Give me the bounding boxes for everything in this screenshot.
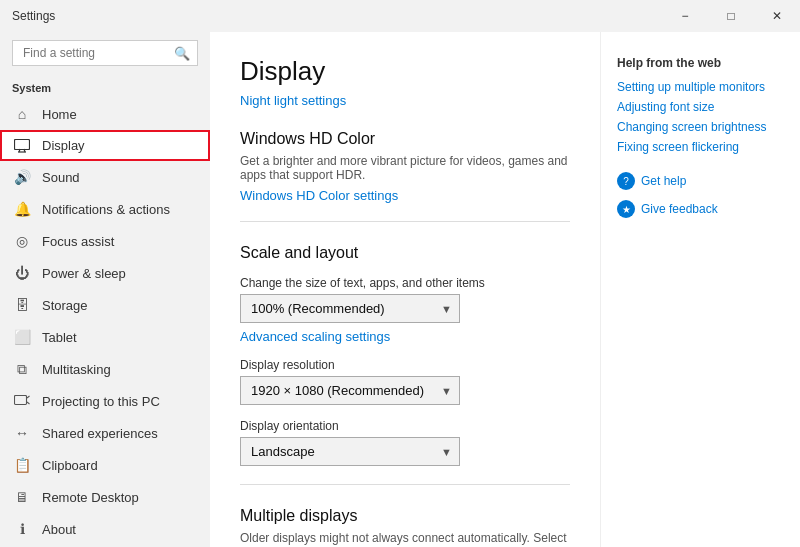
sidebar-item-storage[interactable]: 🗄 Storage xyxy=(0,289,210,321)
sidebar-item-label: Home xyxy=(42,107,77,122)
focus-icon: ◎ xyxy=(12,233,32,249)
hd-color-desc: Get a brighter and more vibrant picture … xyxy=(240,154,570,182)
scale-label: Change the size of text, apps, and other… xyxy=(240,276,570,290)
give-feedback-action[interactable]: ★ Give feedback xyxy=(617,200,784,218)
resolution-select-wrap: 1920 × 1080 (Recommended) 1280 × 720 102… xyxy=(240,376,460,405)
home-icon: ⌂ xyxy=(12,106,32,122)
divider-2 xyxy=(240,484,570,485)
app-body: 🔍 System ⌂ Home Display 🔊 Sound xyxy=(0,32,800,547)
advanced-scaling-link[interactable]: Advanced scaling settings xyxy=(240,329,390,344)
multiple-displays-desc: Older displays might not always connect … xyxy=(240,531,570,547)
section-label: System xyxy=(0,78,210,98)
minimize-button[interactable]: − xyxy=(662,0,708,32)
resolution-label: Display resolution xyxy=(240,358,570,372)
sidebar-item-multitasking[interactable]: ⧉ Multitasking xyxy=(0,353,210,386)
search-container: 🔍 xyxy=(12,40,198,66)
help-link-2[interactable]: Changing screen brightness xyxy=(617,120,784,134)
scale-select-wrap: 100% (Recommended) 125% 150% 175% ▼ xyxy=(240,294,460,323)
sidebar-item-remote[interactable]: 🖥 Remote Desktop xyxy=(0,481,210,513)
scale-layout-heading: Scale and layout xyxy=(240,244,570,262)
multitasking-icon: ⧉ xyxy=(12,361,32,378)
sidebar-item-label: Shared experiences xyxy=(42,426,158,441)
maximize-button[interactable]: □ xyxy=(708,0,754,32)
sidebar-item-label: Projecting to this PC xyxy=(42,394,160,409)
projecting-icon xyxy=(12,395,32,409)
sidebar-item-label: Display xyxy=(42,138,85,153)
search-icon: 🔍 xyxy=(174,46,190,61)
shared-icon: ↔ xyxy=(12,425,32,441)
sidebar-item-home[interactable]: ⌂ Home xyxy=(0,98,210,130)
sidebar-item-shared[interactable]: ↔ Shared experiences xyxy=(0,417,210,449)
sidebar-item-about[interactable]: ℹ About xyxy=(0,513,210,545)
hd-color-heading: Windows HD Color xyxy=(240,130,570,148)
sidebar: 🔍 System ⌂ Home Display 🔊 Sound xyxy=(0,32,210,547)
help-link-1[interactable]: Adjusting font size xyxy=(617,100,784,114)
give-feedback-icon: ★ xyxy=(617,200,635,218)
display-icon xyxy=(12,139,32,153)
storage-icon: 🗄 xyxy=(12,297,32,313)
sidebar-item-label: Notifications & actions xyxy=(42,202,170,217)
notifications-icon: 🔔 xyxy=(12,201,32,217)
svg-line-6 xyxy=(27,402,30,404)
search-input[interactable] xyxy=(12,40,198,66)
sidebar-item-sound[interactable]: 🔊 Sound xyxy=(0,161,210,193)
sidebar-item-label: Multitasking xyxy=(42,362,111,377)
scale-select[interactable]: 100% (Recommended) 125% 150% 175% xyxy=(240,294,460,323)
sidebar-item-power[interactable]: ⏻ Power & sleep xyxy=(0,257,210,289)
titlebar: Settings − □ ✕ xyxy=(0,0,800,32)
night-light-link[interactable]: Night light settings xyxy=(240,93,346,108)
sidebar-item-tablet[interactable]: ⬜ Tablet xyxy=(0,321,210,353)
sidebar-item-label: Focus assist xyxy=(42,234,114,249)
sidebar-item-label: Sound xyxy=(42,170,80,185)
sidebar-item-projecting[interactable]: Projecting to this PC xyxy=(0,386,210,417)
sidebar-item-label: Tablet xyxy=(42,330,77,345)
get-help-label: Get help xyxy=(641,174,686,188)
svg-line-5 xyxy=(27,396,30,398)
svg-rect-0 xyxy=(15,139,30,149)
svg-rect-4 xyxy=(15,395,27,404)
help-title: Help from the web xyxy=(617,56,784,70)
orientation-label: Display orientation xyxy=(240,419,570,433)
get-help-action[interactable]: ? Get help xyxy=(617,172,784,190)
sidebar-item-label: Remote Desktop xyxy=(42,490,139,505)
power-icon: ⏻ xyxy=(12,265,32,281)
window-controls: − □ ✕ xyxy=(662,0,800,32)
hd-color-link[interactable]: Windows HD Color settings xyxy=(240,188,398,203)
help-link-3[interactable]: Fixing screen flickering xyxy=(617,140,784,154)
sidebar-item-display[interactable]: Display xyxy=(0,130,210,161)
orientation-select[interactable]: Landscape Portrait Landscape (flipped) P… xyxy=(240,437,460,466)
remote-icon: 🖥 xyxy=(12,489,32,505)
get-help-icon: ? xyxy=(617,172,635,190)
sidebar-item-label: Power & sleep xyxy=(42,266,126,281)
page-title: Display xyxy=(240,56,570,87)
sidebar-item-label: Storage xyxy=(42,298,88,313)
tablet-icon: ⬜ xyxy=(12,329,32,345)
sidebar-item-label: Clipboard xyxy=(42,458,98,473)
close-button[interactable]: ✕ xyxy=(754,0,800,32)
give-feedback-label: Give feedback xyxy=(641,202,718,216)
sound-icon: 🔊 xyxy=(12,169,32,185)
sidebar-item-label: About xyxy=(42,522,76,537)
clipboard-icon: 📋 xyxy=(12,457,32,473)
main-content: Display Night light settings Windows HD … xyxy=(210,32,600,547)
about-icon: ℹ xyxy=(12,521,32,537)
orientation-select-wrap: Landscape Portrait Landscape (flipped) P… xyxy=(240,437,460,466)
help-panel: Help from the web Setting up multiple mo… xyxy=(600,32,800,547)
app-title: Settings xyxy=(12,9,55,23)
divider-1 xyxy=(240,221,570,222)
sidebar-item-clipboard[interactable]: 📋 Clipboard xyxy=(0,449,210,481)
resolution-select[interactable]: 1920 × 1080 (Recommended) 1280 × 720 102… xyxy=(240,376,460,405)
multiple-displays-heading: Multiple displays xyxy=(240,507,570,525)
sidebar-item-focus[interactable]: ◎ Focus assist xyxy=(0,225,210,257)
sidebar-item-notifications[interactable]: 🔔 Notifications & actions xyxy=(0,193,210,225)
help-link-0[interactable]: Setting up multiple monitors xyxy=(617,80,784,94)
